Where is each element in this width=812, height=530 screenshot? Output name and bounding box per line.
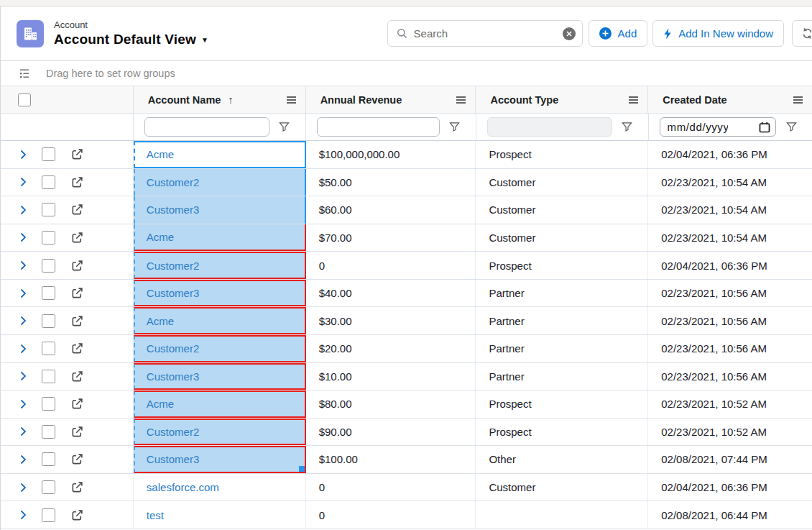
expand-chevron-icon[interactable] [20, 260, 27, 270]
row-checkbox[interactable] [42, 203, 55, 216]
account-name-link[interactable]: Customer2 [147, 342, 199, 355]
created-date-cell[interactable]: 02/23/2021, 10:54 AM [648, 224, 812, 252]
open-record-icon[interactable] [71, 509, 83, 521]
column-menu-icon[interactable] [628, 96, 639, 104]
annual-revenue-cell[interactable]: 0 [306, 474, 476, 501]
row-checkbox[interactable] [42, 175, 55, 189]
created-date-cell[interactable]: 02/08/2021, 07:44 PM [648, 446, 812, 473]
header-created-date[interactable]: Created Date [648, 86, 812, 113]
account-name-link[interactable]: Customer3 [147, 287, 199, 299]
calendar-icon[interactable] [759, 122, 770, 133]
account-name-link[interactable]: Customer2 [147, 260, 199, 272]
account-name-cell[interactable]: Customer3 [134, 446, 306, 473]
account-name-cell[interactable]: Acme [134, 224, 306, 252]
row-checkbox[interactable] [42, 314, 55, 328]
filter-funnel-icon[interactable] [612, 122, 642, 132]
expand-chevron-icon[interactable] [20, 399, 27, 409]
account-name-cell[interactable]: Customer2 [134, 252, 306, 279]
expand-chevron-icon[interactable] [20, 232, 27, 242]
annual-revenue-cell[interactable]: $60.00 [306, 196, 476, 224]
created-date-cell[interactable]: 02/04/2021, 06:36 PM [648, 474, 812, 501]
filter-funnel-icon[interactable] [776, 122, 806, 132]
column-menu-icon[interactable] [793, 96, 803, 104]
account-name-link[interactable]: Acme [147, 398, 174, 410]
account-type-cell[interactable]: Partner [476, 307, 648, 334]
open-record-icon[interactable] [71, 370, 83, 383]
created-date-cell[interactable]: 02/23/2021, 10:52 AM [648, 390, 812, 418]
header-account-name[interactable]: Account Name ↑ [134, 86, 306, 113]
column-menu-icon[interactable] [286, 96, 297, 104]
created-date-filter-input[interactable]: mm/dd/yyyy [660, 117, 776, 137]
expand-chevron-icon[interactable] [20, 150, 27, 160]
search-input[interactable] [414, 27, 563, 40]
account-type-cell[interactable]: Prospect [476, 141, 648, 168]
open-record-icon[interactable] [71, 176, 83, 188]
open-record-icon[interactable] [71, 481, 83, 493]
account-type-cell[interactable]: Customer [476, 196, 648, 224]
row-checkbox[interactable] [42, 480, 55, 494]
account-name-link[interactable]: test [147, 509, 164, 521]
row-checkbox[interactable] [42, 259, 55, 273]
account-name-link[interactable]: Acme [147, 231, 174, 243]
clear-search-icon[interactable] [563, 27, 576, 40]
account-name-cell[interactable]: test [134, 501, 306, 529]
row-checkbox[interactable] [42, 397, 55, 411]
annual-revenue-cell[interactable]: 0 [306, 252, 476, 279]
open-record-icon[interactable] [71, 315, 83, 327]
add-in-new-window-button[interactable]: Add In New window [652, 20, 784, 47]
annual-revenue-cell[interactable]: $70.00 [306, 224, 476, 252]
expand-chevron-icon[interactable] [20, 426, 27, 437]
account-type-cell[interactable]: Customer [476, 169, 648, 196]
account-name-link[interactable]: Customer2 [147, 176, 199, 188]
annual-revenue-cell[interactable]: $90.00 [306, 419, 476, 446]
account-name-link[interactable]: Customer3 [147, 204, 199, 216]
account-name-cell[interactable]: Customer3 [134, 363, 306, 390]
row-checkbox[interactable] [42, 425, 55, 439]
row-checkbox[interactable] [42, 286, 55, 300]
column-menu-icon[interactable] [456, 96, 466, 104]
account-type-cell[interactable]: Other [476, 446, 648, 473]
range-fill-handle[interactable] [299, 466, 305, 472]
account-name-cell[interactable]: Acme [134, 390, 306, 418]
account-name-link[interactable]: salesforce.com [147, 481, 219, 493]
open-record-icon[interactable] [71, 260, 83, 272]
row-checkbox[interactable] [42, 342, 55, 355]
account-name-cell[interactable]: salesforce.com [134, 474, 306, 501]
open-record-icon[interactable] [71, 398, 83, 410]
created-date-cell[interactable]: 02/23/2021, 10:54 AM [648, 169, 812, 196]
account-type-cell[interactable]: Partner [476, 280, 648, 307]
account-type-cell[interactable]: Prospect [476, 252, 648, 279]
account-name-link[interactable]: Acme [147, 315, 174, 327]
annual-revenue-cell[interactable]: $50.00 [306, 169, 476, 196]
created-date-cell[interactable]: 02/04/2021, 06:36 PM [648, 141, 812, 168]
annual-revenue-cell[interactable]: $100,000,000.00 [306, 141, 476, 168]
select-all-checkbox[interactable] [18, 93, 31, 106]
account-type-cell[interactable]: Partner [476, 335, 648, 362]
annual-revenue-cell[interactable]: $30.00 [306, 307, 476, 334]
created-date-cell[interactable]: 02/23/2021, 10:54 AM [648, 196, 812, 224]
annual-revenue-cell[interactable]: $20.00 [306, 335, 476, 362]
account-name-cell[interactable]: Customer3 [134, 280, 306, 307]
account-name-cell[interactable]: Customer2 [134, 169, 306, 196]
row-checkbox[interactable] [42, 370, 55, 383]
account-name-cell[interactable]: Acme [134, 141, 306, 168]
account-name-link[interactable]: Customer3 [147, 370, 199, 383]
created-date-cell[interactable]: 02/23/2021, 10:56 AM [648, 307, 812, 334]
filter-funnel-icon[interactable] [440, 122, 470, 132]
account-name-link[interactable]: Customer3 [147, 453, 199, 465]
expand-chevron-icon[interactable] [20, 177, 27, 187]
open-record-icon[interactable] [71, 232, 83, 244]
account-name-link[interactable]: Customer2 [147, 426, 199, 438]
expand-chevron-icon[interactable] [20, 316, 27, 326]
expand-chevron-icon[interactable] [20, 454, 27, 465]
account-name-link[interactable]: Acme [147, 148, 174, 160]
account-type-cell[interactable]: Partner [476, 363, 648, 390]
annual-revenue-filter-input[interactable] [317, 117, 440, 137]
account-name-cell[interactable]: Acme [134, 307, 306, 334]
expand-chevron-icon[interactable] [20, 371, 27, 381]
annual-revenue-cell[interactable]: $80.00 [306, 390, 476, 418]
row-checkbox[interactable] [42, 231, 55, 245]
add-button[interactable]: Add [589, 20, 648, 47]
open-record-icon[interactable] [71, 342, 83, 355]
row-checkbox[interactable] [42, 508, 55, 522]
